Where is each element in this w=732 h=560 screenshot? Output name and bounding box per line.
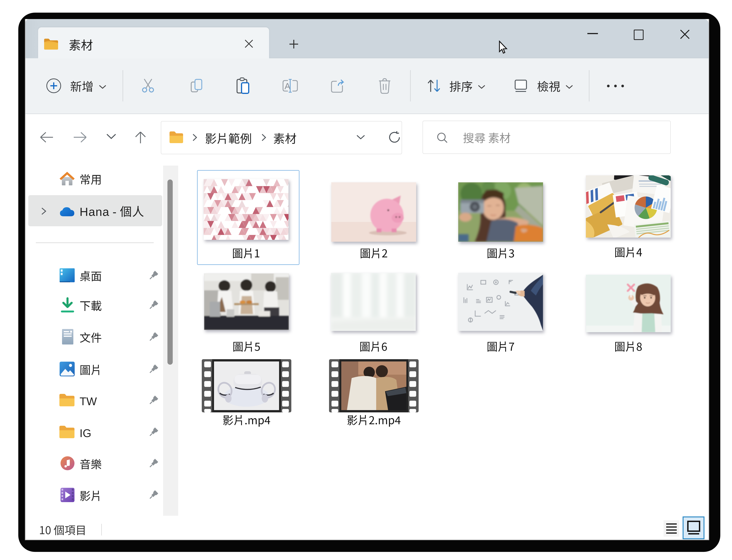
svg-text:A: A xyxy=(285,79,290,92)
